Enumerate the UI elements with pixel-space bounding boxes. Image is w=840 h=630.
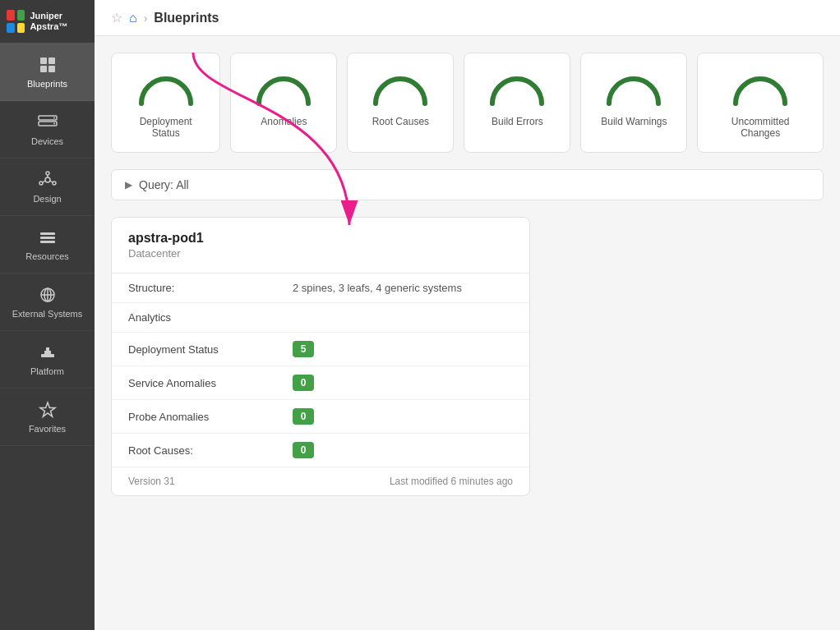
favorite-star-icon[interactable]: ☆ [111, 10, 122, 25]
external-systems-icon [38, 285, 58, 305]
content-area: Deployment Status Anomalies [95, 36, 840, 630]
sidebar-label-platform: Platform [30, 366, 64, 376]
svg-point-7 [53, 123, 55, 125]
sidebar-label-blueprints: Blueprints [27, 79, 67, 89]
svg-line-13 [50, 181, 53, 182]
svg-point-8 [45, 177, 50, 182]
logo-cell-blue [7, 23, 15, 34]
page-header: ☆ ⌂ › Blueprints [95, 0, 840, 36]
badge-service-anomalies: 0 [293, 375, 314, 391]
row-key-service-anomalies: Service Anomalies [112, 366, 276, 400]
blueprint-card[interactable]: apstra-pod1 Datacenter Structure: 2 spin… [111, 217, 530, 496]
breadcrumb-separator: › [144, 11, 148, 25]
card-root-causes[interactable]: Root Causes [347, 53, 454, 153]
status-cards-row: Deployment Status Anomalies [111, 53, 824, 153]
svg-rect-2 [40, 66, 47, 72]
app-logo: Juniper Apstra™ [0, 0, 95, 44]
sidebar-label-resources: Resources [25, 251, 69, 261]
table-row: Analytics [112, 303, 529, 333]
svg-rect-24 [46, 347, 49, 351]
blueprint-card-header: apstra-pod1 Datacenter [112, 218, 529, 274]
svg-rect-3 [48, 66, 55, 72]
logo-cell-yellow [17, 23, 25, 34]
devices-icon [38, 113, 58, 132]
page-title: Blueprints [154, 11, 219, 25]
card-anomalies[interactable]: Anomalies [230, 53, 337, 153]
platform-icon [38, 343, 58, 362]
badge-deployment-status: 5 [293, 341, 314, 357]
card-label-deployment-status: Deployment Status [125, 116, 206, 139]
row-value-probe-anomalies: 0 [276, 400, 529, 434]
card-footer: Version 31 Last modified 6 minutes ago [112, 467, 529, 495]
sidebar-item-resources[interactable]: Resources [0, 216, 95, 274]
sidebar-item-platform[interactable]: Platform [0, 331, 95, 389]
card-label-uncommitted-changes: Uncommitted Changes [711, 116, 810, 139]
row-value-structure: 2 spines, 3 leafs, 4 generic systems [276, 274, 529, 303]
svg-rect-22 [41, 354, 54, 357]
sidebar-label-devices: Devices [31, 136, 63, 146]
card-label-build-warnings: Build Warnings [601, 116, 667, 127]
svg-rect-17 [40, 241, 55, 243]
sidebar-item-devices[interactable]: Devices [0, 101, 95, 159]
blueprint-type: Datacenter [128, 247, 513, 260]
badge-root-causes: 0 [293, 442, 314, 458]
row-key-structure: Structure: [112, 274, 276, 303]
svg-line-14 [43, 181, 45, 182]
card-build-errors[interactable]: Build Errors [464, 53, 570, 153]
sidebar-item-design[interactable]: Design [0, 159, 95, 216]
card-deployment-status[interactable]: Deployment Status [111, 53, 220, 153]
card-label-build-errors: Build Errors [492, 116, 543, 127]
home-icon[interactable]: ⌂ [129, 11, 137, 25]
favorites-icon [38, 400, 58, 420]
svg-rect-0 [40, 57, 47, 64]
design-icon [38, 170, 58, 190]
table-row: Deployment Status 5 [112, 333, 529, 366]
row-value-deployment-status: 5 [276, 333, 529, 366]
gauge-build-warnings [601, 67, 667, 108]
row-value-analytics [276, 303, 529, 333]
card-uncommitted-changes[interactable]: Uncommitted Changes [697, 53, 824, 153]
row-key-probe-anomalies: Probe Anomalies [112, 400, 276, 434]
logo-grid [7, 10, 25, 33]
badge-probe-anomalies: 0 [293, 408, 314, 425]
gauge-root-causes [367, 67, 433, 108]
sidebar-label-design: Design [33, 194, 61, 204]
row-value-service-anomalies: 0 [276, 366, 529, 400]
svg-point-9 [46, 172, 49, 175]
gauge-build-errors [484, 67, 550, 108]
sidebar: Juniper Apstra™ Blueprints Devices [0, 0, 95, 630]
row-key-root-causes: Root Causes: [112, 434, 276, 467]
blueprint-last-modified: Last modified 6 minutes ago [390, 476, 513, 487]
table-row: Root Causes: 0 [112, 434, 529, 467]
svg-point-10 [53, 182, 56, 185]
query-label: Query: All [139, 178, 189, 191]
card-build-warnings[interactable]: Build Warnings [580, 53, 687, 153]
blueprint-details-table: Structure: 2 spines, 3 leafs, 4 generic … [112, 274, 529, 467]
sidebar-label-external-systems: External Systems [12, 309, 83, 319]
resources-icon [38, 228, 58, 247]
card-label-root-causes: Root Causes [372, 116, 429, 127]
gauge-uncommitted-changes [727, 67, 793, 108]
sidebar-item-external-systems[interactable]: External Systems [0, 274, 95, 331]
sidebar-item-favorites[interactable]: Favorites [0, 389, 95, 446]
gauge-anomalies [251, 67, 316, 108]
sidebar-label-favorites: Favorites [29, 424, 66, 434]
query-bar[interactable]: ▶ Query: All [111, 169, 824, 200]
blueprint-name: apstra-pod1 [128, 231, 513, 246]
sidebar-item-blueprints[interactable]: Blueprints [0, 44, 95, 101]
svg-point-6 [53, 117, 55, 119]
svg-rect-1 [48, 57, 55, 64]
gauge-deployment-status [133, 67, 199, 108]
row-value-root-causes: 0 [276, 434, 529, 467]
row-key-analytics: Analytics [112, 303, 276, 333]
card-wrapper: apstra-pod1 Datacenter Structure: 2 spin… [111, 217, 530, 496]
svg-rect-23 [44, 351, 51, 354]
svg-point-11 [39, 182, 43, 185]
blueprints-icon [38, 55, 58, 75]
logo-cell-green [17, 10, 25, 21]
table-row: Probe Anomalies 0 [112, 400, 529, 434]
svg-rect-15 [40, 232, 55, 235]
row-key-deployment-status: Deployment Status [112, 333, 276, 366]
query-expand-icon: ▶ [125, 179, 132, 191]
blueprint-version: Version 31 [128, 476, 175, 487]
